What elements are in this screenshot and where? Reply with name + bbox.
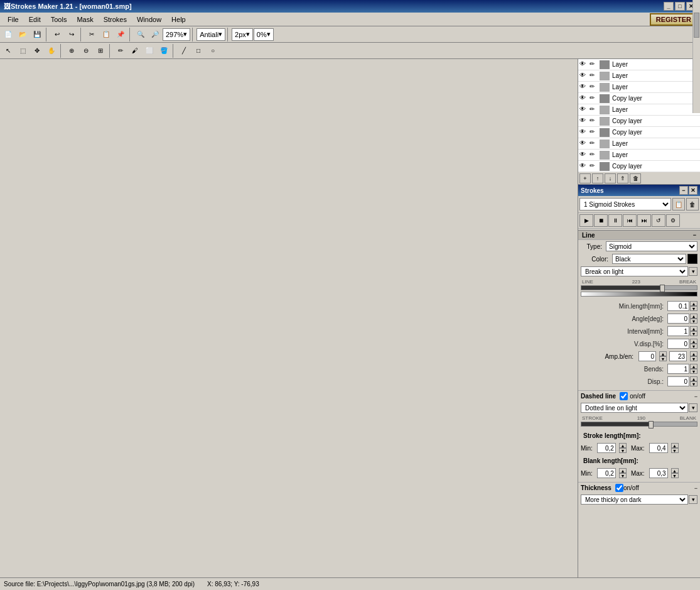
line-section-title[interactable]: Line − [578,230,700,240]
angle-down[interactable]: ▼ [690,319,697,324]
layer-row[interactable]: 👁 ✏ Layer [578,82,700,93]
menu-mask[interactable]: Mask [72,14,98,25]
type-dropdown[interactable]: Sigmoid [606,241,697,251]
fill-button[interactable]: 🪣 [157,44,171,58]
layer-pencil-icon[interactable]: ✏ [590,151,598,160]
menu-edit[interactable]: Edit [24,14,46,25]
angle-up[interactable]: ▲ [690,314,697,319]
dotted-arrow[interactable]: ▾ [689,403,697,412]
zoom-in-button[interactable]: 🔍 [134,28,148,41]
fit-button[interactable]: ⊞ [94,44,107,58]
undo-button[interactable]: ↩ [50,28,64,41]
pct-dropdown[interactable]: 0% ▾ [254,28,274,41]
min-length-input[interactable] [667,301,689,311]
rect-button[interactable]: □ [191,44,205,58]
layer-eye-icon[interactable]: 👁 [579,94,588,103]
min-length-down[interactable]: ▼ [690,306,697,311]
stroke-max-spinner[interactable]: ▲ ▼ [671,443,679,453]
layer-row[interactable]: 👁 ✏ Copy layer [578,116,700,127]
layer-row[interactable]: 👁 ✏ Copy layer [578,161,700,172]
angle-spinner[interactable]: ▲ ▼ [690,314,697,324]
interval-spinner[interactable]: ▲ ▼ [690,326,697,336]
interval-input[interactable] [667,326,689,336]
ampben-input1[interactable] [638,351,656,361]
ampben-spinner1[interactable]: ▲ ▼ [659,351,667,361]
layer-row[interactable]: 👁 ✏ Layer [578,150,700,161]
disp-spinner[interactable]: ▲ ▼ [690,376,697,386]
thickness-arrow[interactable]: ▾ [689,495,697,504]
strokes-copy-button[interactable]: 📋 [672,198,685,210]
bends-input[interactable] [667,364,689,374]
maximize-button[interactable]: □ [675,2,685,11]
blank-min-up[interactable]: ▲ [619,468,627,473]
vdisp-down[interactable]: ▼ [690,344,697,349]
layer-eye-icon[interactable]: 👁 [579,151,588,160]
layer-row[interactable]: 👁 ✏ Layer [578,104,700,116]
blank-max-spinner[interactable]: ▲ ▼ [671,468,679,478]
strokes-minimize-button[interactable]: − [679,186,688,195]
menu-window[interactable]: Window [132,14,166,25]
stroke-max-input[interactable] [649,443,668,453]
zoom-tool-button[interactable]: ⊕ [65,44,78,58]
layer-pencil-icon[interactable]: ✏ [590,72,598,80]
strokes-reset-button[interactable]: ↺ [652,214,665,227]
thickness-toggle[interactable]: − [694,485,697,491]
new-button[interactable]: 📄 [1,28,15,41]
ampben-up1[interactable]: ▲ [659,351,667,356]
layer-row[interactable]: 👁 ✏ Layer [578,138,700,150]
blank-min-spinner[interactable]: ▲ ▼ [619,468,627,478]
redo-button[interactable]: ↪ [65,28,78,41]
zoom-out-tool-button[interactable]: ⊖ [79,44,93,58]
layer-pencil-icon[interactable]: ✏ [590,128,598,137]
thickness-dropdown[interactable]: More thickly on dark [581,494,688,505]
layer-pencil-icon[interactable]: ✏ [590,106,598,114]
layer-add-button[interactable]: + [579,173,591,183]
blank-max-up[interactable]: ▲ [671,468,679,473]
layer-row[interactable]: 👁 ✏ Layer [578,59,700,70]
minimize-button[interactable]: _ [664,2,674,11]
disp-input[interactable] [667,376,689,386]
open-button[interactable]: 📂 [16,28,30,41]
antialias-dropdown[interactable]: Antiali ▾ [197,28,225,41]
strokes-prev-button[interactable]: ⏮ [623,214,637,227]
strokes-close-button[interactable]: ✕ [689,186,697,195]
strokes-stop-button[interactable]: ⏹ [594,214,608,227]
brush-button[interactable]: 🖌 [128,44,142,58]
paste-button[interactable]: 📌 [114,28,127,41]
ampben-down1[interactable]: ▼ [659,356,667,361]
ampben-down2[interactable]: ▼ [690,356,697,361]
stroke-min-up[interactable]: ▲ [619,443,627,448]
menu-tools[interactable]: Tools [46,14,72,25]
min-length-spinner[interactable]: ▲ ▼ [690,301,697,311]
angle-input[interactable] [667,314,689,324]
color-swatch[interactable] [687,254,697,264]
bends-down[interactable]: ▼ [690,369,697,374]
cut-button[interactable]: ✂ [85,28,99,41]
menu-file[interactable]: File [3,14,24,25]
strokes-delete-button[interactable]: 🗑 [686,198,699,210]
layer-pencil-icon[interactable]: ✏ [590,94,598,103]
ampben-up2[interactable]: ▲ [690,351,697,356]
layer-eye-icon[interactable]: 👁 [579,128,588,137]
gradient-slider[interactable] [581,292,697,297]
layer-pencil-icon[interactable]: ✏ [590,83,598,92]
layer-eye-icon[interactable]: 👁 [579,106,588,114]
layer-eye-icon[interactable]: 👁 [579,139,588,148]
layer-row[interactable]: 👁 ✏ Layer [578,70,700,82]
layers-scroll[interactable]: 👁 ✏ Layer 👁 ✏ Layer 👁 ✏ Layer 👁 ✏ Copy l… [578,59,700,172]
dashed-toggle[interactable]: − [694,393,697,400]
layer-delete-button[interactable]: 🗑 [630,173,641,183]
menu-strokes[interactable]: Strokes [99,14,132,25]
layer-pencil-icon[interactable]: ✏ [590,60,598,69]
copy-button[interactable]: 📋 [99,28,113,41]
break-dropdown[interactable]: Break on light [581,266,688,276]
save-button[interactable]: 💾 [30,28,44,41]
strokes-dropdown[interactable]: 1 Sigmoid Strokes [579,198,671,210]
ampben-spinner2[interactable]: ▲ ▼ [690,351,697,361]
px-dropdown[interactable]: 2px ▾ [232,28,253,41]
break-arrow-button[interactable]: ▾ [689,267,697,276]
slider-thumb[interactable] [660,285,665,292]
layers-scrollbar[interactable] [692,59,700,113]
bends-up[interactable]: ▲ [690,364,697,369]
interval-down[interactable]: ▼ [690,331,697,336]
